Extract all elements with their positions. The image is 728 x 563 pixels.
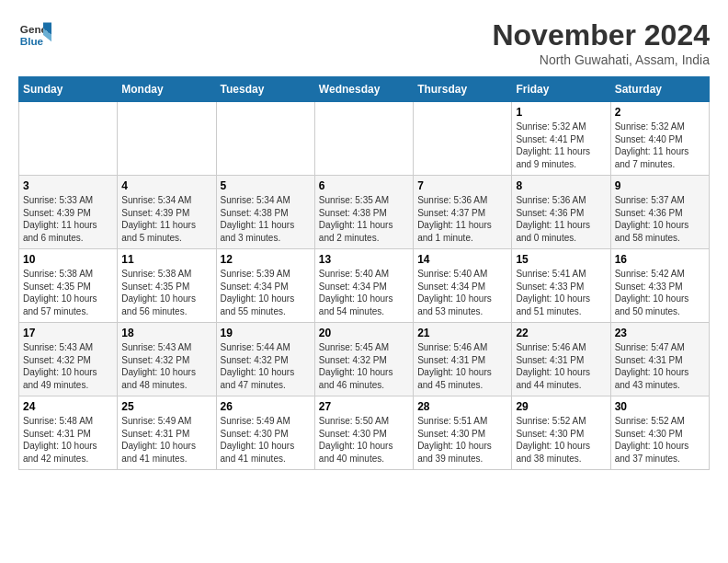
weekday-header: Thursday bbox=[414, 77, 512, 102]
day-content: Sunrise: 5:33 AMSunset: 4:39 PMDaylight:… bbox=[23, 194, 113, 244]
calendar-cell: 7Sunrise: 5:36 AMSunset: 4:37 PMDaylight… bbox=[414, 176, 512, 249]
day-number: 14 bbox=[417, 253, 507, 266]
calendar-cell: 25Sunrise: 5:49 AMSunset: 4:31 PMDayligh… bbox=[118, 396, 216, 470]
day-number: 28 bbox=[417, 400, 507, 413]
day-content: Sunrise: 5:42 AMSunset: 4:33 PMDaylight:… bbox=[615, 268, 705, 317]
calendar-cell: 4Sunrise: 5:34 AMSunset: 4:39 PMDaylight… bbox=[118, 176, 216, 249]
day-number: 6 bbox=[319, 179, 409, 192]
calendar-cell: 30Sunrise: 5:52 AMSunset: 4:30 PMDayligh… bbox=[610, 396, 709, 470]
day-content: Sunrise: 5:49 AMSunset: 4:31 PMDaylight:… bbox=[121, 415, 211, 465]
calendar-cell: 5Sunrise: 5:34 AMSunset: 4:38 PMDaylight… bbox=[216, 176, 314, 249]
day-number: 22 bbox=[516, 327, 606, 339]
day-content: Sunrise: 5:38 AMSunset: 4:35 PMDaylight:… bbox=[23, 268, 113, 317]
calendar-cell: 6Sunrise: 5:35 AMSunset: 4:38 PMDaylight… bbox=[314, 176, 413, 249]
page-header: General Blue November 2024 North Guwahat… bbox=[18, 18, 710, 67]
calendar-cell: 8Sunrise: 5:36 AMSunset: 4:36 PMDaylight… bbox=[512, 176, 610, 249]
day-content: Sunrise: 5:46 AMSunset: 4:31 PMDaylight:… bbox=[516, 341, 606, 391]
day-number: 4 bbox=[121, 179, 211, 192]
day-content: Sunrise: 5:36 AMSunset: 4:37 PMDaylight:… bbox=[417, 194, 507, 244]
day-number: 23 bbox=[615, 327, 705, 339]
calendar-cell: 2Sunrise: 5:32 AMSunset: 4:40 PMDaylight… bbox=[610, 102, 709, 176]
day-content: Sunrise: 5:45 AMSunset: 4:32 PMDaylight:… bbox=[319, 341, 409, 391]
day-number: 5 bbox=[221, 179, 311, 192]
day-number: 13 bbox=[319, 253, 409, 266]
day-content: Sunrise: 5:34 AMSunset: 4:39 PMDaylight:… bbox=[121, 194, 211, 244]
calendar-cell: 26Sunrise: 5:49 AMSunset: 4:30 PMDayligh… bbox=[216, 396, 314, 470]
day-number: 1 bbox=[516, 106, 606, 119]
calendar-cell: 23Sunrise: 5:47 AMSunset: 4:31 PMDayligh… bbox=[610, 323, 709, 396]
calendar-cell: 17Sunrise: 5:43 AMSunset: 4:32 PMDayligh… bbox=[19, 323, 118, 396]
weekday-header: Monday bbox=[118, 77, 216, 102]
calendar-cell: 12Sunrise: 5:39 AMSunset: 4:34 PMDayligh… bbox=[216, 249, 314, 323]
day-number: 10 bbox=[23, 253, 113, 266]
calendar-cell bbox=[19, 102, 118, 176]
calendar-cell: 27Sunrise: 5:50 AMSunset: 4:30 PMDayligh… bbox=[314, 396, 413, 470]
day-content: Sunrise: 5:41 AMSunset: 4:33 PMDaylight:… bbox=[516, 268, 606, 317]
weekday-header-row: SundayMondayTuesdayWednesdayThursdayFrid… bbox=[19, 77, 710, 102]
calendar-cell bbox=[414, 102, 512, 176]
calendar-cell: 3Sunrise: 5:33 AMSunset: 4:39 PMDaylight… bbox=[19, 176, 118, 249]
calendar-cell: 13Sunrise: 5:40 AMSunset: 4:34 PMDayligh… bbox=[314, 249, 413, 323]
day-number: 7 bbox=[417, 179, 507, 192]
day-content: Sunrise: 5:51 AMSunset: 4:30 PMDaylight:… bbox=[417, 415, 507, 465]
weekday-header: Sunday bbox=[19, 77, 118, 102]
day-number: 16 bbox=[615, 253, 705, 266]
title-block: November 2024 North Guwahati, Assam, Ind… bbox=[492, 18, 710, 67]
day-number: 21 bbox=[417, 327, 507, 339]
calendar-cell: 15Sunrise: 5:41 AMSunset: 4:33 PMDayligh… bbox=[512, 249, 610, 323]
day-number: 2 bbox=[615, 106, 705, 119]
weekday-header: Friday bbox=[512, 77, 610, 102]
calendar-week-row: 3Sunrise: 5:33 AMSunset: 4:39 PMDaylight… bbox=[19, 176, 710, 249]
calendar-cell: 21Sunrise: 5:46 AMSunset: 4:31 PMDayligh… bbox=[414, 323, 512, 396]
calendar-cell: 19Sunrise: 5:44 AMSunset: 4:32 PMDayligh… bbox=[216, 323, 314, 396]
day-content: Sunrise: 5:40 AMSunset: 4:34 PMDaylight:… bbox=[319, 268, 409, 317]
calendar-table: SundayMondayTuesdayWednesdayThursdayFrid… bbox=[18, 76, 710, 470]
calendar-cell: 18Sunrise: 5:43 AMSunset: 4:32 PMDayligh… bbox=[118, 323, 216, 396]
day-content: Sunrise: 5:35 AMSunset: 4:38 PMDaylight:… bbox=[319, 194, 409, 244]
day-content: Sunrise: 5:50 AMSunset: 4:30 PMDaylight:… bbox=[319, 415, 409, 465]
location-subtitle: North Guwahati, Assam, India bbox=[492, 52, 710, 67]
weekday-header: Tuesday bbox=[216, 77, 314, 102]
calendar-cell: 10Sunrise: 5:38 AMSunset: 4:35 PMDayligh… bbox=[19, 249, 118, 323]
calendar-cell: 29Sunrise: 5:52 AMSunset: 4:30 PMDayligh… bbox=[512, 396, 610, 470]
day-content: Sunrise: 5:43 AMSunset: 4:32 PMDaylight:… bbox=[23, 341, 113, 391]
day-number: 20 bbox=[319, 327, 409, 339]
calendar-cell: 24Sunrise: 5:48 AMSunset: 4:31 PMDayligh… bbox=[19, 396, 118, 470]
calendar-week-row: 24Sunrise: 5:48 AMSunset: 4:31 PMDayligh… bbox=[19, 396, 710, 470]
svg-text:Blue: Blue bbox=[20, 35, 44, 47]
day-content: Sunrise: 5:37 AMSunset: 4:36 PMDaylight:… bbox=[615, 194, 705, 244]
day-number: 15 bbox=[516, 253, 606, 266]
logo-icon: General Blue bbox=[18, 18, 51, 52]
day-content: Sunrise: 5:36 AMSunset: 4:36 PMDaylight:… bbox=[516, 194, 606, 244]
day-number: 25 bbox=[121, 400, 211, 413]
day-content: Sunrise: 5:43 AMSunset: 4:32 PMDaylight:… bbox=[121, 341, 211, 391]
day-content: Sunrise: 5:32 AMSunset: 4:41 PMDaylight:… bbox=[516, 121, 606, 170]
month-title: November 2024 bbox=[492, 18, 710, 52]
calendar-week-row: 17Sunrise: 5:43 AMSunset: 4:32 PMDayligh… bbox=[19, 323, 710, 396]
calendar-cell bbox=[216, 102, 314, 176]
calendar-week-row: 1Sunrise: 5:32 AMSunset: 4:41 PMDaylight… bbox=[19, 102, 710, 176]
day-content: Sunrise: 5:32 AMSunset: 4:40 PMDaylight:… bbox=[615, 121, 705, 170]
day-content: Sunrise: 5:38 AMSunset: 4:35 PMDaylight:… bbox=[121, 268, 211, 317]
calendar-cell: 28Sunrise: 5:51 AMSunset: 4:30 PMDayligh… bbox=[414, 396, 512, 470]
calendar-cell bbox=[314, 102, 413, 176]
day-number: 9 bbox=[615, 179, 705, 192]
day-number: 19 bbox=[221, 327, 311, 339]
calendar-cell bbox=[118, 102, 216, 176]
day-content: Sunrise: 5:48 AMSunset: 4:31 PMDaylight:… bbox=[23, 415, 113, 465]
logo: General Blue bbox=[18, 18, 57, 52]
day-number: 17 bbox=[23, 327, 113, 339]
day-number: 12 bbox=[221, 253, 311, 266]
calendar-cell: 16Sunrise: 5:42 AMSunset: 4:33 PMDayligh… bbox=[610, 249, 709, 323]
weekday-header: Wednesday bbox=[314, 77, 413, 102]
day-number: 29 bbox=[516, 400, 606, 413]
calendar-cell: 20Sunrise: 5:45 AMSunset: 4:32 PMDayligh… bbox=[314, 323, 413, 396]
day-number: 3 bbox=[23, 179, 113, 192]
day-number: 27 bbox=[319, 400, 409, 413]
day-number: 24 bbox=[23, 400, 113, 413]
calendar-week-row: 10Sunrise: 5:38 AMSunset: 4:35 PMDayligh… bbox=[19, 249, 710, 323]
day-content: Sunrise: 5:52 AMSunset: 4:30 PMDaylight:… bbox=[615, 415, 705, 465]
weekday-header: Saturday bbox=[610, 77, 709, 102]
calendar-cell: 11Sunrise: 5:38 AMSunset: 4:35 PMDayligh… bbox=[118, 249, 216, 323]
day-number: 11 bbox=[121, 253, 211, 266]
